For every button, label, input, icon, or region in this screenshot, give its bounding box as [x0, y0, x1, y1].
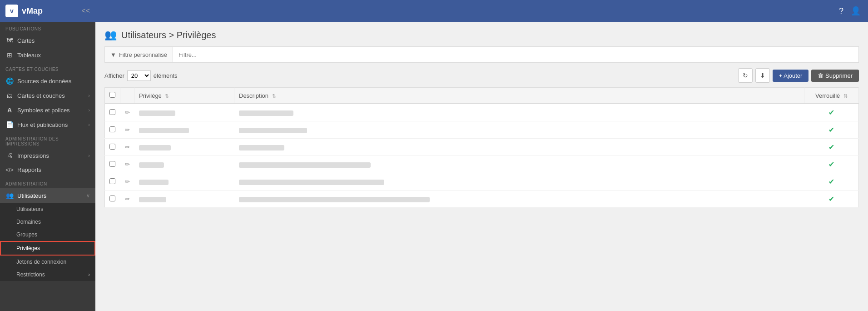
chevron-right-icon: ›: [88, 153, 90, 158]
description-cell: [234, 173, 804, 191]
row-checkbox[interactable]: [109, 161, 115, 167]
row-check-cell: [105, 121, 120, 139]
print-icon: 🖨: [5, 152, 14, 159]
chevron-right-icon: ›: [88, 122, 90, 127]
blurred-description: [239, 110, 293, 116]
row-checkbox[interactable]: [109, 196, 115, 201]
map-icon: 🗺: [5, 37, 14, 44]
col-locked-header[interactable]: Verrouillé ⇅: [804, 88, 859, 104]
sidebar-item-label: Symboles et polices: [17, 107, 84, 114]
sidebar-sub-item-domaines[interactable]: Domaines: [0, 216, 95, 228]
toolbar-left: Afficher 20 50 100 éléments: [104, 70, 178, 81]
section-cartes-couches: CARTES ET COUCHES: [0, 62, 95, 74]
user-profile-icon[interactable]: 👤: [851, 6, 861, 16]
table-row: ✏ ✔: [105, 104, 859, 121]
table-row: ✏ ✔: [105, 191, 859, 208]
sidebar-sub-item-jetons[interactable]: Jetons de connexion: [0, 256, 95, 268]
blurred-description: [239, 145, 284, 150]
sidebar-header: v vMap <<: [0, 0, 95, 22]
table-row: ✏ ✔: [105, 156, 859, 173]
row-edit-cell: ✏: [120, 191, 134, 208]
topbar: ? 👤: [95, 0, 868, 22]
blurred-privilege: [139, 197, 166, 202]
users-icon: 👥: [5, 192, 14, 199]
sidebar-sub-item-groupes[interactable]: Groupes: [0, 228, 95, 241]
chevron-right-icon: ›: [88, 93, 90, 98]
chevron-right-icon: ›: [88, 271, 90, 278]
sidebar-item-cartes[interactable]: 🗺 Cartes: [0, 33, 95, 48]
delete-button[interactable]: 🗑 Supprimer: [811, 70, 859, 82]
sidebar-sub-item-utilisateurs[interactable]: Utilisateurs: [0, 203, 95, 216]
help-icon[interactable]: ?: [839, 6, 843, 16]
locked-cell: ✔: [804, 139, 859, 156]
sidebar-item-label: Impressions: [17, 152, 84, 159]
row-checkbox[interactable]: [109, 109, 115, 115]
sidebar-item-rapports[interactable]: </> Rapports: [0, 163, 95, 177]
blurred-description: [239, 128, 307, 133]
sidebar-item-label: Cartes: [17, 37, 90, 44]
blurred-privilege: [139, 180, 169, 185]
privileges-table: Privilège ⇅ Description ⇅ Verrouillé ⇅: [104, 87, 859, 208]
sidebar-item-utilisateurs[interactable]: 👥 Utilisateurs ∨: [0, 188, 95, 203]
row-checkbox[interactable]: [109, 126, 115, 132]
edit-icon[interactable]: ✏: [125, 109, 130, 116]
page-size-select[interactable]: 20 50 100: [127, 70, 151, 81]
filter-button-label: Filtre personnalisé: [119, 51, 167, 58]
display-label: Afficher: [104, 72, 124, 79]
blurred-privilege: [139, 128, 189, 133]
edit-icon[interactable]: ✏: [125, 126, 130, 133]
row-checkbox[interactable]: [109, 144, 115, 150]
edit-icon[interactable]: ✏: [125, 144, 130, 150]
sidebar-item-tableaux[interactable]: ⊞ Tableaux: [0, 48, 95, 62]
privilege-cell: [134, 191, 234, 208]
privilege-cell: [134, 104, 234, 121]
app-name: vMap: [22, 6, 43, 16]
add-button[interactable]: + Ajouter: [773, 70, 809, 82]
row-checkbox[interactable]: [109, 178, 115, 184]
content-area: 👥 Utilisateurs > Privilèges ▼ Filtre per…: [95, 22, 868, 311]
toolbar-right: ↻ ⬇ + Ajouter 🗑 Supprimer: [738, 68, 859, 83]
sidebar-item-sources[interactable]: 🌐 Sources de données: [0, 74, 95, 88]
filter-input[interactable]: [173, 51, 858, 58]
description-cell: [234, 191, 804, 208]
table-row: ✏ ✔: [105, 121, 859, 139]
edit-icon[interactable]: ✏: [125, 161, 130, 168]
col-description-header[interactable]: Description ⇅: [234, 88, 804, 104]
section-administration: ADMINISTRATION: [0, 177, 95, 188]
table-row: ✏ ✔: [105, 139, 859, 156]
sidebar-sub-item-restrictions[interactable]: Restrictions ›: [0, 268, 95, 281]
table-header-row: Privilège ⇅ Description ⇅ Verrouillé ⇅: [105, 88, 859, 104]
refresh-button[interactable]: ↻: [738, 68, 753, 83]
filter-bar: ▼ Filtre personnalisé: [104, 46, 859, 63]
edit-icon[interactable]: ✏: [125, 178, 130, 185]
sidebar-item-impressions[interactable]: 🖨 Impressions ›: [0, 148, 95, 163]
locked-cell: ✔: [804, 121, 859, 139]
locked-check-icon: ✔: [828, 178, 834, 186]
blurred-privilege: [139, 162, 164, 168]
locked-check-icon: ✔: [828, 143, 834, 151]
select-all-checkbox[interactable]: [109, 92, 115, 98]
logo-letter: v: [10, 7, 14, 15]
globe-icon: 🌐: [5, 77, 14, 85]
privilege-cell: [134, 156, 234, 173]
edit-icon[interactable]: ✏: [125, 196, 130, 202]
sidebar-item-label: Rapports: [17, 166, 90, 173]
table-body: ✏ ✔: [105, 104, 859, 208]
privilege-col-label: Privilège: [139, 92, 162, 99]
locked-cell: ✔: [804, 173, 859, 191]
sidebar-item-symboles[interactable]: A Symboles et polices ›: [0, 103, 95, 117]
sidebar-collapse-button[interactable]: <<: [81, 7, 90, 15]
sidebar-item-cartes-couches[interactable]: 🗂 Cartes et couches ›: [0, 88, 95, 103]
download-button[interactable]: ⬇: [755, 68, 770, 83]
col-privilege-header[interactable]: Privilège ⇅: [134, 88, 234, 104]
sidebar-sub-item-privileges[interactable]: Privilèges: [0, 241, 95, 256]
page-title-bar: 👥 Utilisateurs > Privilèges: [104, 29, 859, 41]
toolbar-row: Afficher 20 50 100 éléments ↻ ⬇ + Ajoute…: [104, 68, 859, 83]
row-edit-cell: ✏: [120, 121, 134, 139]
custom-filter-button[interactable]: ▼ Filtre personnalisé: [105, 47, 173, 62]
logo-icon: v: [5, 5, 18, 17]
font-icon: A: [5, 106, 14, 114]
sidebar-item-label: Tableaux: [17, 52, 90, 59]
sidebar-item-flux[interactable]: 📄 Flux et publications ›: [0, 117, 95, 132]
row-edit-cell: ✏: [120, 156, 134, 173]
